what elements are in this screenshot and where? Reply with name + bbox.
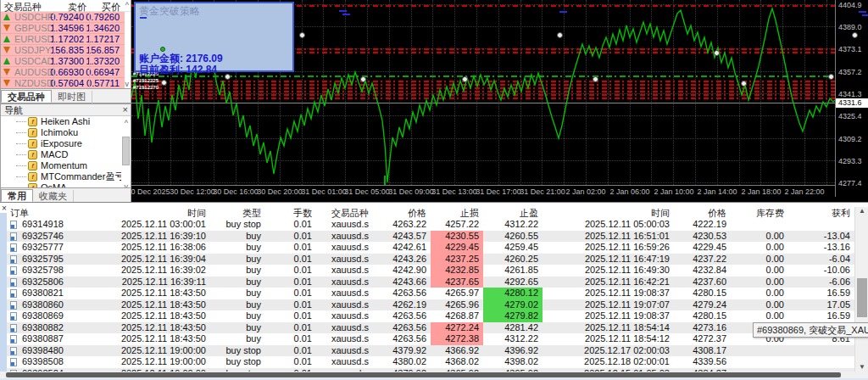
orders-column-header[interactable]: 类型 (210, 207, 265, 219)
symbol: xauusd.s (316, 254, 373, 265)
scrollbar-thumb[interactable] (857, 278, 867, 317)
market-watch-row[interactable]: USDCAD1.373001.37320 (1, 56, 125, 67)
navigator-titlebar: 导航 × (1, 104, 131, 116)
navigator-item[interactable]: fIchimoku (1, 127, 121, 138)
orders-column-header[interactable]: 价格 (674, 207, 731, 219)
orders-column-header[interactable]: 止损 (431, 207, 483, 219)
symbol-name: EURUSD (14, 34, 53, 44)
orders-column-header[interactable]: 库存费 (731, 207, 788, 219)
orders-column-header[interactable]: 获利 (788, 207, 854, 219)
scroll-down-icon[interactable]: ▼ (855, 363, 868, 372)
order-doc-icon (10, 324, 17, 332)
orders-vertical-scrollbar[interactable]: ▲ ▼ (854, 207, 868, 372)
scroll-down-icon[interactable]: v (125, 80, 130, 88)
orders-column-header[interactable]: 时间 (82, 207, 210, 219)
order-id-text: 69325806 (22, 277, 64, 288)
close-time: 2025.12.11 19:07:07 (542, 299, 674, 311)
navigator-item[interactable]: fMomentum (1, 160, 121, 171)
order-id: 69325777 (7, 242, 82, 254)
symbol: xauusd.s (316, 310, 373, 322)
close-icon[interactable]: × (2, 204, 7, 213)
swap (731, 345, 788, 357)
navigator-item[interactable]: fMTCommander盈亏统计 (1, 171, 121, 182)
close-time: 2025.12.17 02:00:03 (542, 345, 674, 357)
orders-column-header[interactable]: 价格 (373, 207, 431, 219)
lots: 0.01 (265, 265, 316, 277)
order-id-text: 69325746 (22, 231, 64, 242)
order-row[interactable]: 693985082025.12.11 19:00:00buy stop0.01x… (7, 356, 854, 368)
order-row[interactable]: 693984802025.12.11 19:00:00buy stop0.01x… (7, 345, 854, 357)
profit: 16.59 (788, 288, 854, 299)
orders-column-header[interactable]: 止盈 (483, 207, 542, 219)
swap: 0.00 (731, 277, 788, 288)
order-row[interactable]: 693808692025.12.11 18:43:50buy0.01xauusd… (7, 310, 854, 322)
pending-order-mark (559, 11, 567, 13)
trade-marker-icon (828, 74, 834, 80)
orders-column-header[interactable]: 手数 (265, 207, 316, 219)
close-time: 2025.12.11 16:49:30 (542, 265, 674, 277)
order-row[interactable]: 693257462025.12.11 16:39:10buy0.01xauusd… (7, 231, 854, 243)
navigator-item[interactable]: fHeiken Ashi (1, 116, 121, 127)
scroll-up-icon[interactable]: ^ (125, 119, 128, 127)
symbol-name: AUDUSD (14, 67, 53, 77)
trade-marker-icon (714, 50, 720, 56)
order-row[interactable]: 693257982025.12.11 16:39:02buy0.01xauusd… (7, 265, 854, 277)
scroll-up-icon[interactable]: ▲ (855, 207, 868, 215)
time-axis-label: 2 Jan 14:00 (697, 187, 737, 196)
market-watch-tab[interactable]: 即时图 (52, 91, 92, 103)
order-id-text: 69398480 (22, 345, 64, 356)
bid-price: 0.79240 (50, 12, 84, 22)
order-type: buy (210, 310, 265, 322)
orders-horizontal-scrollbar[interactable] (0, 372, 868, 378)
price-axis-label: 4309.2 (838, 135, 867, 143)
order-id: 69325806 (7, 277, 82, 288)
lots: 0.01 (265, 333, 316, 345)
market-watch-row[interactable]: USDJPY156.835156.857 (1, 45, 125, 56)
navigator-tab[interactable]: 常用 (1, 189, 33, 202)
open-price: 4380.02 (373, 356, 431, 368)
navigator-scrollbar-thumb[interactable] (122, 137, 130, 165)
price-axis-label: 4325.4 (838, 112, 867, 120)
orders-column-header[interactable]: 订单 (7, 207, 82, 219)
scroll-up-icon[interactable]: ^ (125, 1, 129, 9)
close-time: 2025.12.11 19:08:37 (542, 288, 674, 299)
order-row[interactable]: 693257772025.12.11 16:38:06buy0.01xauusd… (7, 242, 854, 254)
market-watch-row[interactable]: USDCHF0.792400.79260 (1, 12, 125, 23)
open-price: 4242.90 (373, 265, 431, 277)
order-row[interactable]: 693258062025.12.11 16:39:11buy0.01xauusd… (7, 277, 854, 288)
order-row[interactable]: 693808872025.12.11 18:43:50buy0.01xauusd… (7, 333, 854, 345)
order-row[interactable]: 693808822025.12.11 18:43:50buy0.01xauusd… (7, 322, 854, 334)
close-price: 4339.56 (674, 356, 731, 368)
market-watch-row[interactable]: AUDUSD0.669300.66947 (1, 67, 125, 78)
market-watch-header: 交易品种 卖价 买价 ^ (1, 0, 131, 12)
time-axis-label: 31 Dec 17:00 (476, 187, 521, 196)
navigator-item[interactable]: fMACD (1, 149, 121, 160)
time-axis-label: 2 Jan 18:00 (741, 187, 781, 196)
orders-column-header[interactable]: 交易品种 (316, 207, 373, 219)
open-time: 2025.12.11 16:39:04 (82, 254, 210, 265)
order-id-text: 69325777 (22, 242, 64, 253)
market-watch-row[interactable]: GBPUSD1.345961.34620 (1, 23, 125, 34)
market-watch-tab[interactable]: 交易品种 (1, 90, 52, 103)
order-row[interactable]: 693149182025.12.11 03:00:01buy stop0.01x… (7, 219, 854, 231)
order-type: buy (210, 242, 265, 254)
order-row[interactable]: 693257952025.12.11 16:39:04buy0.01xauusd… (7, 254, 854, 265)
tree-branch-line (16, 132, 26, 133)
lots: 0.01 (265, 288, 316, 299)
navigator-tab[interactable]: 收藏夹 (33, 190, 74, 203)
order-row[interactable]: 693808212025.12.11 18:43:50buy0.01xauusd… (7, 288, 854, 299)
scrollbar-thumb[interactable] (6, 372, 841, 377)
navigator-item[interactable]: fiExposure (1, 138, 121, 149)
profit: -13.16 (788, 242, 854, 254)
order-type: buy (210, 333, 265, 345)
close-icon[interactable]: × (123, 104, 128, 115)
order-id: 69380821 (7, 288, 82, 299)
lots: 0.01 (265, 231, 316, 243)
order-row[interactable]: 693808602025.12.11 18:43:50buy0.01xauusd… (7, 299, 854, 311)
orders-column-header[interactable]: 时间 (542, 207, 674, 219)
market-watch-row[interactable]: EURUSD1.172021.17217 (1, 34, 125, 45)
order-type: buy (210, 231, 265, 243)
swap: 0.00 (731, 310, 788, 322)
symbol: xauusd.s (316, 277, 373, 288)
take-profit: 4292.65 (483, 277, 542, 288)
